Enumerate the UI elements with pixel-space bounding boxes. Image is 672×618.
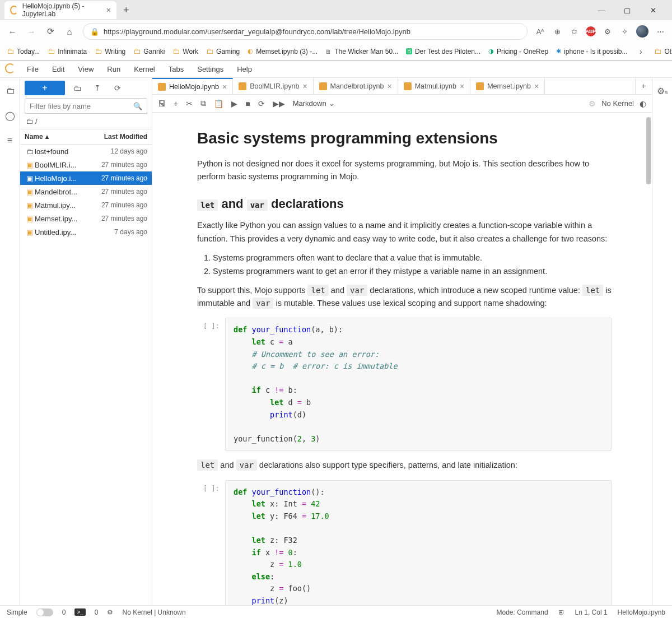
file-row[interactable]: ▣BoolMLIR.i...27 minutes ago [20, 158, 152, 171]
add-tab-button[interactable]: + [635, 78, 652, 94]
new-launcher-button[interactable]: + [25, 81, 65, 95]
file-row[interactable]: 🗀lost+found12 days ago [20, 145, 152, 158]
cell-prompt: [ ]: [197, 318, 225, 451]
cut-icon[interactable]: ✂ [186, 99, 193, 108]
extensions-icon[interactable]: ⚙ [603, 26, 613, 36]
kernel-name[interactable]: No Kernel [601, 99, 634, 108]
menu-help[interactable]: Help [230, 61, 259, 77]
stop-icon[interactable]: ■ [245, 99, 250, 108]
code-input[interactable]: def your_function(): let x: Int = 42 let… [225, 480, 612, 605]
code-cell[interactable]: [ ]: def your_function(a, b): let c = a … [197, 318, 612, 451]
save-icon[interactable]: 🖫 [158, 99, 166, 108]
scrollbar[interactable] [646, 117, 651, 184]
file-row[interactable]: ▣Untitled.ipy...7 days ago [20, 225, 152, 239]
close-tab-icon[interactable]: × [302, 82, 307, 91]
close-tab-icon[interactable]: × [534, 82, 539, 91]
menu-run[interactable]: Run [100, 61, 127, 77]
favorite-icon[interactable]: ✩ [569, 26, 579, 36]
file-row[interactable]: ▣HelloMojo.i...27 minutes ago [20, 171, 152, 185]
restart-icon[interactable]: ⟳ [258, 99, 265, 108]
refresh-button[interactable]: ⟳ [45, 26, 56, 36]
new-tab-button[interactable]: + [119, 4, 134, 16]
notebook-icon [476, 82, 484, 90]
file-row[interactable]: ▣Memset.ipy...27 minutes ago [20, 212, 152, 225]
close-tab-icon[interactable]: × [106, 6, 111, 15]
document-tab[interactable]: Matmul.ipynb× [398, 78, 471, 94]
insert-cell-icon[interactable]: + [174, 99, 178, 108]
simple-toggle[interactable] [36, 608, 53, 616]
favorites-bar-icon[interactable]: ✧ [619, 26, 629, 36]
menu-view[interactable]: View [71, 61, 100, 77]
notebook-trust-icon[interactable]: ⛨ [558, 608, 565, 616]
minimize-button[interactable]: — [594, 6, 609, 15]
bookmark-item[interactable]: ◐Memset.ipynb (3) -... [248, 48, 318, 55]
upload-icon[interactable]: ⤒ [90, 83, 105, 92]
close-tab-icon[interactable]: × [387, 82, 391, 91]
home-button[interactable]: ⌂ [64, 27, 75, 36]
forward-button[interactable]: → [26, 27, 37, 36]
file-browser-tab-icon[interactable]: 🗀 [0, 83, 20, 98]
other-favorites[interactable]: 🗀Other favorites [654, 47, 672, 55]
bookmark-item[interactable]: 🗀Gaming [206, 47, 240, 55]
bookmark-item[interactable]: 🗀Writing [95, 47, 125, 55]
gear-icon[interactable]: ⚙ [589, 99, 596, 108]
bookmark-item[interactable]: ◑Pricing - OneRep [488, 48, 548, 55]
bookmark-item[interactable]: 🗀Today... [7, 47, 40, 55]
code-cell[interactable]: [ ]: def your_function(): let x: Int = 4… [197, 480, 612, 605]
menu-tabs[interactable]: Tabs [162, 61, 190, 77]
maximize-button[interactable]: ▢ [619, 6, 635, 15]
menu-kernel[interactable]: Kernel [127, 61, 162, 77]
copy-icon[interactable]: ⧉ [200, 99, 206, 108]
running-terminals-icon[interactable]: ◯ [0, 108, 20, 123]
breadcrumb[interactable]: 🗀 / [20, 114, 152, 129]
close-tab-icon[interactable]: × [460, 82, 464, 91]
zoom-icon[interactable]: ⊕ [552, 26, 562, 36]
text-size-icon[interactable]: Aᴬ [535, 26, 545, 36]
close-window-button[interactable]: ✕ [645, 6, 661, 15]
menu-file[interactable]: File [20, 61, 45, 77]
notebook-content[interactable]: Basic systems programming extensions Pyt… [152, 113, 652, 605]
document-tab[interactable]: HelloMojo.ipynb× [152, 78, 233, 94]
bookmarks-overflow-icon[interactable]: › [635, 47, 646, 56]
profile-avatar[interactable] [636, 25, 648, 38]
bookmark-item[interactable]: 🗀Ganriki [133, 47, 165, 55]
bookmark-item[interactable]: 🗀Infinimata [48, 47, 87, 55]
filter-input[interactable] [30, 102, 133, 110]
document-tab[interactable]: BoolMLIR.ipynb× [233, 78, 313, 94]
file-row[interactable]: ▣Mandelbrot...27 minutes ago [20, 185, 152, 198]
fast-forward-icon[interactable]: ▶▶ [273, 99, 285, 108]
adblock-icon[interactable]: ABP [586, 26, 596, 36]
kernel-status-icon[interactable]: ◐ [640, 99, 646, 108]
file-row[interactable]: ▣Matmul.ipy...27 minutes ago [20, 198, 152, 212]
back-button[interactable]: ← [7, 27, 18, 36]
menu-settings[interactable]: Settings [190, 61, 230, 77]
paste-icon[interactable]: 📋 [214, 99, 223, 108]
bookmark-item[interactable]: ✱iphone - Is it possib... [556, 48, 627, 55]
filter-files-field[interactable]: 🔍 [25, 98, 147, 114]
cell-type-select[interactable]: Markdown ⌄ [293, 99, 335, 108]
new-folder-icon[interactable]: 🗀 [69, 83, 85, 92]
bookmark-item[interactable]: 🗀Work [172, 47, 198, 55]
table-of-contents-icon[interactable]: ≡ [0, 133, 20, 148]
close-tab-icon[interactable]: × [222, 82, 227, 91]
property-inspector-icon[interactable]: ⚙ₛ [652, 83, 672, 99]
filename-status[interactable]: HelloMojo.ipynb [618, 608, 665, 616]
menu-edit[interactable]: Edit [45, 61, 71, 77]
settings-status-icon[interactable]: ⚙ [107, 608, 113, 616]
column-header-name[interactable]: Name ▴ [20, 129, 90, 144]
bookmark-item[interactable]: 🗎The Wicker Man 50... [325, 48, 398, 55]
browser-tab[interactable]: HelloMojo.ipynb (5) - JupyterLab × [4, 1, 116, 19]
refresh-filebrowser-icon[interactable]: ⟳ [110, 83, 125, 92]
document-tab[interactable]: Memset.ipynb× [470, 78, 545, 94]
jupyter-logo[interactable] [0, 63, 20, 75]
tab-label: Memset.ipynb [487, 82, 531, 90]
address-bar[interactable]: 🔒 https://playground.modular.com/user/se… [83, 23, 528, 40]
bookmark-item[interactable]: BDer Test des Piloten... [406, 48, 480, 55]
run-icon[interactable]: ▶ [231, 99, 237, 108]
kernel-status[interactable]: No Kernel | Unknown [122, 608, 185, 616]
code-input[interactable]: def your_function(a, b): let c = a # Unc… [225, 318, 612, 451]
document-tab[interactable]: Mandelbrot.ipynb× [314, 78, 398, 94]
more-icon[interactable]: ⋯ [655, 26, 665, 36]
terminal-icon[interactable]: >_ [74, 608, 85, 616]
column-header-modified[interactable]: Last Modified [90, 129, 152, 144]
